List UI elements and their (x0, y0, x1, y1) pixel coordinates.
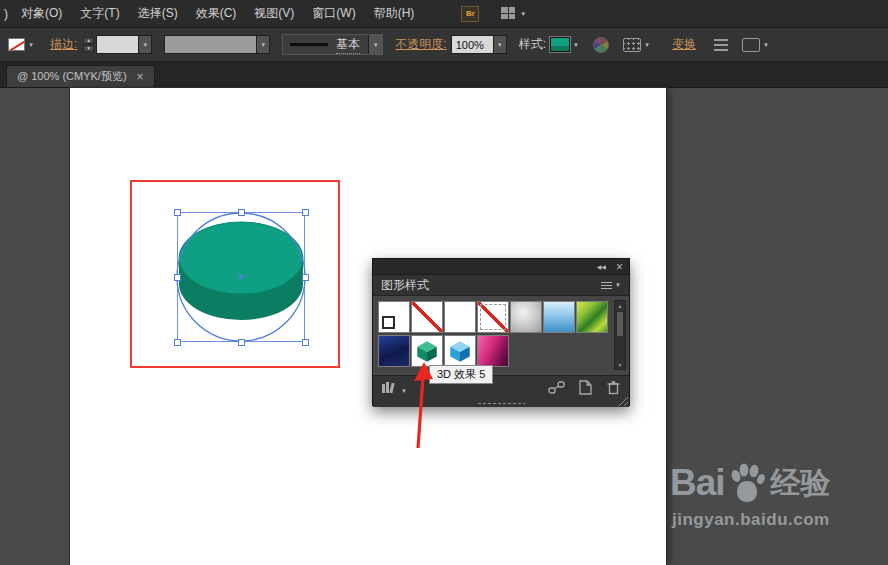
selection-handle-se[interactable] (302, 339, 309, 346)
chevron-down-icon: ▼ (520, 11, 526, 17)
selection-handle-n[interactable] (238, 209, 245, 216)
panel-title[interactable]: 图形样式 (381, 277, 429, 294)
break-link-icon[interactable] (548, 380, 565, 395)
scroll-up-icon[interactable]: ▲ (615, 301, 625, 310)
center-anchor-point[interactable] (239, 275, 243, 279)
menu-lines-icon (601, 282, 612, 289)
tab-close-icon[interactable]: × (137, 71, 144, 83)
workspace-switcher[interactable]: ▼ (501, 7, 526, 20)
bridge-icon[interactable]: Br (461, 6, 479, 22)
style-preview-chip (550, 37, 570, 52)
menu-item-view[interactable]: 视图(V) (245, 5, 303, 22)
delete-trash-icon[interactable] (606, 380, 621, 395)
stroke-label[interactable]: 描边: (50, 36, 77, 53)
panel-flyout-menu[interactable]: ▼ (601, 282, 621, 289)
recolor-artwork-button[interactable] (593, 37, 609, 53)
document-options-dropdown[interactable]: ▼ (623, 38, 650, 52)
swatch-magenta-gradient-style[interactable] (477, 335, 509, 367)
brush-definition-dropdown[interactable]: 基本 ▼ (282, 34, 383, 55)
red-annotation-arrow (402, 360, 448, 452)
chevron-down-icon: ▼ (28, 42, 34, 48)
swatch-no-fill-style[interactable] (411, 301, 443, 333)
collapse-panel-icon[interactable]: ◀◀ (597, 263, 606, 270)
menu-item-object[interactable]: 对象(O) (12, 5, 71, 22)
swatch-scrollbar[interactable]: ▲ ▼ (614, 300, 626, 370)
swatch-foliage-pattern-style[interactable] (576, 301, 608, 333)
panel-top-bar: ◀◀ × (373, 259, 629, 275)
document-tab-title: @ 100% (CMYK/预览) (17, 69, 127, 84)
swatch-white-style[interactable] (444, 301, 476, 333)
chevron-down-icon: ▼ (763, 42, 769, 48)
control-bar: ▼ 描边: ▲ ▼ ▼ ▼ 基本 ▼ 不透明度: 100% ▼ 样式: ▼ (0, 28, 888, 62)
opacity-value[interactable]: 100% (451, 35, 493, 54)
swatch-gray-gradient-style[interactable] (510, 301, 542, 333)
selection-handle-e[interactable] (302, 274, 309, 281)
stroke-weight-stepper[interactable]: ▲ ▼ (83, 37, 94, 52)
fill-none-indicator-dropdown[interactable]: ▼ (8, 38, 34, 51)
chevron-down-icon: ▼ (573, 42, 579, 48)
align-button[interactable] (714, 39, 728, 51)
scrollbar-thumb[interactable] (616, 311, 624, 337)
menubar-icon-group: Br ▼ (461, 6, 526, 22)
watermark-logo-row: Bai 经验 (660, 462, 880, 504)
chevron-down-icon: ▼ (644, 42, 650, 48)
watermark-url: jingyan.baidu.com (660, 510, 880, 530)
menu-item-window[interactable]: 窗口(W) (303, 5, 364, 22)
menu-bar: ) 对象(O) 文字(T) 选择(S) 效果(C) 视图(V) 窗口(W) 帮助… (0, 0, 888, 28)
library-books-icon (381, 380, 398, 394)
swatch-blue-gradient-style[interactable] (543, 301, 575, 333)
menu-item-effect[interactable]: 效果(C) (187, 5, 246, 22)
cylinder-3d-object[interactable] (170, 200, 312, 350)
selection-handle-sw[interactable] (174, 339, 181, 346)
color-wheel-icon (593, 37, 609, 53)
workspace-grid-icon (501, 7, 516, 20)
panel-tab-row: 图形样式 ▼ (373, 275, 629, 296)
brush-dropdown-button[interactable]: ▼ (368, 35, 382, 54)
selection-handle-ne[interactable] (302, 209, 309, 216)
selection-handle-s[interactable] (238, 339, 245, 346)
opacity-dropdown-button[interactable]: ▼ (493, 35, 507, 54)
watermark-brand-left: Bai (670, 462, 725, 504)
stepper-up-icon[interactable]: ▲ (83, 37, 94, 44)
width-profile-dropdown[interactable]: ▼ (164, 35, 270, 54)
panel-corner-resize-grip[interactable] (617, 395, 628, 406)
width-profile-preview (164, 35, 256, 54)
style-swatch-dropdown[interactable]: ▼ (550, 37, 579, 52)
document-tab[interactable]: @ 100% (CMYK/预览) × (6, 65, 155, 87)
stroke-weight-input[interactable] (96, 35, 138, 54)
more-options-dropdown[interactable]: ▼ (742, 38, 769, 52)
opacity-label[interactable]: 不透明度: (395, 36, 446, 53)
scroll-down-icon[interactable]: ▼ (615, 360, 625, 369)
swatch-outline-style[interactable] (477, 301, 509, 333)
baidu-jingyan-watermark: Bai 经验 jingyan.baidu.com (660, 462, 880, 530)
stepper-down-icon[interactable]: ▼ (83, 45, 94, 52)
brush-preview-line-icon (290, 43, 328, 46)
selection-handle-nw[interactable] (174, 209, 181, 216)
swatch-row (378, 301, 611, 333)
chevron-down-icon: ▼ (615, 282, 621, 288)
width-profile-dropdown-button[interactable]: ▼ (256, 35, 270, 54)
document-tab-bar: @ 100% (CMYK/预览) × (0, 62, 888, 88)
stroke-weight-dropdown-button[interactable]: ▼ (138, 35, 152, 54)
menu-item-truncated[interactable]: ) (0, 7, 12, 21)
selection-handle-w[interactable] (174, 274, 181, 281)
fill-none-icon (8, 38, 25, 51)
brush-name[interactable]: 基本 (336, 36, 360, 54)
new-style-icon[interactable] (578, 380, 593, 395)
stroke-weight-combo[interactable]: ▼ (96, 35, 152, 54)
menu-item-select[interactable]: 选择(S) (129, 5, 187, 22)
transform-label[interactable]: 变换 (672, 36, 696, 53)
panel-close-icon[interactable]: × (616, 261, 623, 273)
align-bars-icon (714, 39, 728, 51)
options-grid-icon (623, 38, 641, 52)
swatch-default-style[interactable] (378, 301, 410, 333)
style-label: 样式: (519, 36, 546, 53)
baidu-paw-icon (727, 462, 767, 504)
swatch-3d-effect-blue[interactable] (444, 335, 476, 367)
menu-item-type[interactable]: 文字(T) (71, 5, 128, 22)
panel-resize-grip[interactable] (477, 402, 525, 405)
menu-item-help[interactable]: 帮助(H) (365, 5, 424, 22)
cylinder-top-face[interactable] (179, 222, 303, 294)
blue-3d-cube-icon (447, 338, 473, 364)
opacity-combo[interactable]: 100% ▼ (451, 35, 507, 54)
